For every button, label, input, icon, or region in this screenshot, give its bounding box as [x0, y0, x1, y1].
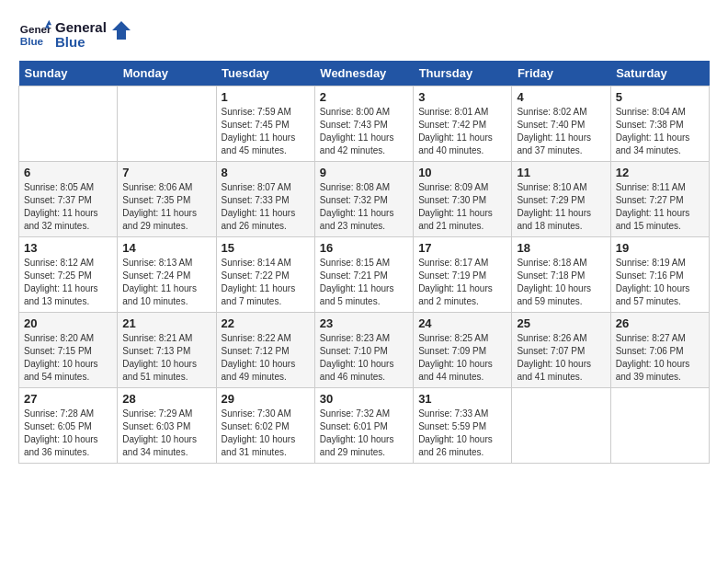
day-info: Sunrise: 8:19 AM Sunset: 7:16 PM Dayligh…	[616, 257, 704, 308]
calendar-cell: 26Sunrise: 8:27 AM Sunset: 7:06 PM Dayli…	[610, 313, 709, 388]
day-number: 28	[122, 392, 210, 406]
calendar-cell: 10Sunrise: 8:09 AM Sunset: 7:30 PM Dayli…	[414, 162, 512, 237]
day-number: 19	[616, 241, 704, 255]
day-info: Sunrise: 8:27 AM Sunset: 7:06 PM Dayligh…	[616, 332, 704, 384]
calendar-cell: 3Sunrise: 8:01 AM Sunset: 7:42 PM Daylig…	[414, 86, 512, 162]
calendar-cell	[118, 86, 216, 162]
day-info: Sunrise: 7:30 AM Sunset: 6:02 PM Dayligh…	[222, 408, 310, 459]
day-info: Sunrise: 8:01 AM Sunset: 7:42 PM Dayligh…	[418, 106, 506, 157]
calendar-cell: 6Sunrise: 8:05 AM Sunset: 7:37 PM Daylig…	[19, 162, 118, 237]
day-info: Sunrise: 7:33 AM Sunset: 5:59 PM Dayligh…	[418, 408, 506, 459]
calendar-cell: 16Sunrise: 8:15 AM Sunset: 7:21 PM Dayli…	[314, 237, 413, 313]
calendar-cell: 24Sunrise: 8:25 AM Sunset: 7:09 PM Dayli…	[414, 313, 512, 388]
day-number: 25	[517, 316, 605, 330]
weekday-header-friday: Friday	[512, 61, 610, 86]
day-info: Sunrise: 8:23 AM Sunset: 7:10 PM Dayligh…	[320, 332, 408, 384]
calendar-cell: 7Sunrise: 8:06 AM Sunset: 7:35 PM Daylig…	[118, 162, 216, 237]
header-row: SundayMondayTuesdayWednesdayThursdayFrid…	[19, 61, 710, 86]
calendar-cell: 21Sunrise: 8:21 AM Sunset: 7:13 PM Dayli…	[118, 313, 216, 388]
day-info: Sunrise: 7:59 AM Sunset: 7:45 PM Dayligh…	[222, 106, 310, 157]
calendar-cell: 12Sunrise: 8:11 AM Sunset: 7:27 PM Dayli…	[610, 162, 709, 237]
calendar-cell: 28Sunrise: 7:29 AM Sunset: 6:03 PM Dayli…	[118, 388, 216, 464]
svg-marker-4	[112, 21, 131, 40]
day-number: 18	[517, 241, 605, 255]
calendar-cell: 4Sunrise: 8:02 AM Sunset: 7:40 PM Daylig…	[512, 86, 610, 162]
day-number: 8	[222, 166, 310, 179]
day-info: Sunrise: 8:21 AM Sunset: 7:13 PM Dayligh…	[122, 332, 210, 384]
day-info: Sunrise: 8:25 AM Sunset: 7:09 PM Dayligh…	[418, 332, 506, 384]
day-number: 9	[320, 166, 408, 179]
day-number: 6	[24, 166, 112, 179]
day-number: 11	[517, 166, 605, 179]
day-number: 10	[418, 166, 506, 179]
calendar-cell	[610, 388, 709, 464]
calendar-cell: 31Sunrise: 7:33 AM Sunset: 5:59 PM Dayli…	[414, 388, 512, 464]
day-info: Sunrise: 8:07 AM Sunset: 7:33 PM Dayligh…	[222, 181, 310, 233]
calendar-cell: 1Sunrise: 7:59 AM Sunset: 7:45 PM Daylig…	[216, 86, 314, 162]
day-number: 7	[122, 166, 210, 179]
weekday-header-saturday: Saturday	[610, 61, 709, 86]
weekday-header-tuesday: Tuesday	[216, 61, 314, 86]
day-number: 16	[320, 241, 408, 255]
day-number: 4	[517, 90, 605, 104]
calendar-cell: 2Sunrise: 8:00 AM Sunset: 7:43 PM Daylig…	[314, 86, 413, 162]
day-info: Sunrise: 8:18 AM Sunset: 7:18 PM Dayligh…	[517, 257, 605, 308]
day-number: 26	[616, 316, 704, 330]
day-number: 23	[320, 316, 408, 330]
day-number: 29	[222, 392, 310, 406]
day-info: Sunrise: 7:32 AM Sunset: 6:01 PM Dayligh…	[320, 408, 408, 459]
day-info: Sunrise: 8:17 AM Sunset: 7:19 PM Dayligh…	[418, 257, 506, 308]
day-number: 3	[418, 90, 506, 104]
day-info: Sunrise: 8:08 AM Sunset: 7:32 PM Dayligh…	[320, 181, 408, 233]
calendar-cell: 11Sunrise: 8:10 AM Sunset: 7:29 PM Dayli…	[512, 162, 610, 237]
day-number: 20	[24, 316, 112, 330]
logo-general: General	[55, 20, 107, 36]
calendar-cell: 8Sunrise: 8:07 AM Sunset: 7:33 PM Daylig…	[216, 162, 314, 237]
calendar-cell: 23Sunrise: 8:23 AM Sunset: 7:10 PM Dayli…	[314, 313, 413, 388]
calendar-cell: 5Sunrise: 8:04 AM Sunset: 7:38 PM Daylig…	[610, 86, 709, 162]
calendar-cell: 9Sunrise: 8:08 AM Sunset: 7:32 PM Daylig…	[314, 162, 413, 237]
calendar-cell: 30Sunrise: 7:32 AM Sunset: 6:01 PM Dayli…	[314, 388, 413, 464]
weekday-header-sunday: Sunday	[19, 61, 118, 86]
day-number: 24	[418, 316, 506, 330]
calendar-table: SundayMondayTuesdayWednesdayThursdayFrid…	[18, 61, 710, 464]
calendar-cell: 20Sunrise: 8:20 AM Sunset: 7:15 PM Dayli…	[19, 313, 118, 388]
day-number: 14	[122, 241, 210, 255]
day-number: 21	[122, 316, 210, 330]
day-info: Sunrise: 8:02 AM Sunset: 7:40 PM Dayligh…	[517, 106, 605, 157]
day-info: Sunrise: 8:20 AM Sunset: 7:15 PM Dayligh…	[24, 332, 112, 384]
day-info: Sunrise: 8:11 AM Sunset: 7:27 PM Dayligh…	[616, 181, 704, 233]
calendar-cell: 13Sunrise: 8:12 AM Sunset: 7:25 PM Dayli…	[19, 237, 118, 313]
day-number: 15	[222, 241, 310, 255]
day-info: Sunrise: 8:12 AM Sunset: 7:25 PM Dayligh…	[24, 257, 112, 308]
calendar-cell: 25Sunrise: 8:26 AM Sunset: 7:07 PM Dayli…	[512, 313, 610, 388]
weekday-header-wednesday: Wednesday	[314, 61, 413, 86]
page-header: General Blue General Blue	[18, 18, 710, 52]
day-info: Sunrise: 8:10 AM Sunset: 7:29 PM Dayligh…	[517, 181, 605, 233]
day-number: 2	[320, 90, 408, 104]
day-info: Sunrise: 8:04 AM Sunset: 7:38 PM Dayligh…	[616, 106, 704, 157]
week-row: 1Sunrise: 7:59 AM Sunset: 7:45 PM Daylig…	[19, 86, 710, 162]
calendar-cell: 29Sunrise: 7:30 AM Sunset: 6:02 PM Dayli…	[216, 388, 314, 464]
day-number: 1	[222, 90, 310, 104]
day-number: 12	[616, 166, 704, 179]
week-row: 13Sunrise: 8:12 AM Sunset: 7:25 PM Dayli…	[19, 237, 710, 313]
day-info: Sunrise: 8:05 AM Sunset: 7:37 PM Dayligh…	[24, 181, 112, 233]
day-info: Sunrise: 8:26 AM Sunset: 7:07 PM Dayligh…	[517, 332, 605, 384]
day-info: Sunrise: 8:09 AM Sunset: 7:30 PM Dayligh…	[418, 181, 506, 233]
calendar-cell: 14Sunrise: 8:13 AM Sunset: 7:24 PM Dayli…	[118, 237, 216, 313]
day-info: Sunrise: 7:29 AM Sunset: 6:03 PM Dayligh…	[122, 408, 210, 459]
week-row: 6Sunrise: 8:05 AM Sunset: 7:37 PM Daylig…	[19, 162, 710, 237]
day-number: 5	[616, 90, 704, 104]
week-row: 27Sunrise: 7:28 AM Sunset: 6:05 PM Dayli…	[19, 388, 710, 464]
calendar-cell: 18Sunrise: 8:18 AM Sunset: 7:18 PM Dayli…	[512, 237, 610, 313]
calendar-cell: 19Sunrise: 8:19 AM Sunset: 7:16 PM Dayli…	[610, 237, 709, 313]
logo: General Blue General Blue	[18, 18, 131, 52]
day-number: 13	[24, 241, 112, 255]
calendar-cell: 15Sunrise: 8:14 AM Sunset: 7:22 PM Dayli…	[216, 237, 314, 313]
day-info: Sunrise: 7:28 AM Sunset: 6:05 PM Dayligh…	[24, 408, 112, 459]
day-number: 31	[418, 392, 506, 406]
day-number: 30	[320, 392, 408, 406]
day-info: Sunrise: 8:15 AM Sunset: 7:21 PM Dayligh…	[320, 257, 408, 308]
day-info: Sunrise: 8:13 AM Sunset: 7:24 PM Dayligh…	[122, 257, 210, 308]
